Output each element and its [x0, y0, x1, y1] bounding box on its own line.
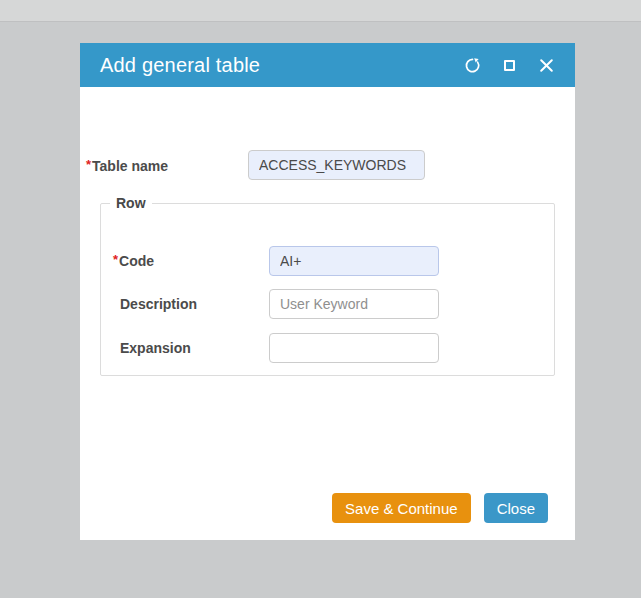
dialog-title: Add general table — [100, 54, 463, 77]
row-group: Row * Code Description Expansion — [100, 195, 555, 376]
top-strip — [0, 0, 641, 22]
refresh-icon — [464, 57, 481, 74]
window-controls — [463, 56, 555, 74]
maximize-button[interactable] — [500, 56, 518, 74]
code-label-text: Code — [119, 253, 154, 269]
maximize-icon — [504, 60, 515, 71]
table-name-input[interactable] — [248, 150, 425, 180]
table-name-label: * Table name — [86, 151, 168, 181]
code-label: * Code — [113, 246, 154, 276]
row-group-legend: Row — [110, 195, 152, 211]
expansion-label: Expansion — [113, 333, 191, 363]
required-marker: * — [86, 157, 91, 172]
add-general-table-dialog: Add general table — [80, 43, 575, 540]
expansion-label-text: Expansion — [120, 340, 191, 356]
required-marker: * — [113, 252, 118, 267]
code-input[interactable] — [269, 246, 439, 276]
refresh-button[interactable] — [463, 56, 481, 74]
close-button[interactable]: Close — [484, 493, 548, 523]
page-background: Add general table — [0, 0, 641, 598]
description-label: Description — [113, 289, 197, 319]
expansion-input[interactable] — [269, 333, 439, 363]
dialog-actions: Save & Continue Close — [332, 493, 548, 523]
dialog-header: Add general table — [80, 43, 575, 87]
description-input[interactable] — [269, 289, 439, 319]
dialog-body: * Table name Row * Code Description — [80, 87, 575, 540]
save-and-continue-button[interactable]: Save & Continue — [332, 493, 471, 523]
description-label-text: Description — [120, 296, 197, 312]
table-name-label-text: Table name — [92, 158, 168, 174]
close-window-button[interactable] — [537, 56, 555, 74]
close-icon — [539, 58, 554, 73]
